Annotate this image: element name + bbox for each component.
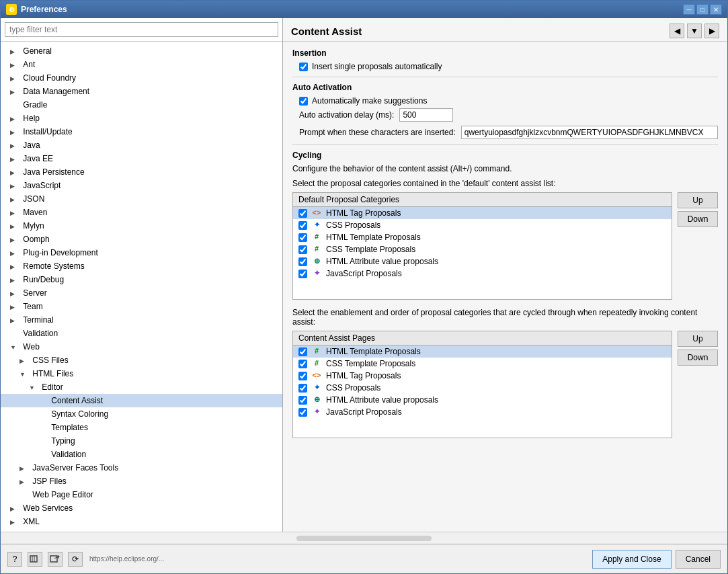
tree-item-typing[interactable]: Typing — [1, 434, 282, 448]
left-panel: ▶ General ▶ Ant ▶ Cloud Foundry ▶ Data M… — [1, 18, 283, 532]
tree-item-general[interactable]: ▶ General — [1, 44, 282, 58]
tree-item-html-files[interactable]: ▼ HTML Files — [1, 367, 282, 380]
cycling-item-css-template[interactable]: # CSS Template Proposals — [293, 358, 672, 370]
insert-single-checkbox[interactable] — [299, 63, 308, 71]
default-check-html-tag[interactable] — [298, 209, 307, 218]
cycling-check-html-attr[interactable] — [298, 396, 307, 405]
tree-arrow-editor: ▼ — [29, 384, 37, 391]
default-down-button[interactable]: Down — [678, 211, 718, 227]
default-check-html-template[interactable] — [298, 233, 307, 242]
tree-item-validation[interactable]: Validation — [1, 327, 282, 340]
nav-dropdown-button[interactable]: ▼ — [687, 24, 702, 38]
tree-item-plugin[interactable]: ▶ Plug-in Development — [1, 246, 282, 259]
help-icon[interactable]: ? — [7, 552, 22, 567]
sync-icon[interactable]: ⟳ — [68, 552, 83, 567]
tree-item-editor[interactable]: ▼ Editor — [1, 380, 282, 394]
cycling-item-js[interactable]: ✦ JavaScript Proposals — [293, 406, 672, 418]
tree-item-run-debug[interactable]: ▶ Run/Debug — [1, 273, 282, 286]
export-icon[interactable] — [48, 552, 63, 567]
default-check-css[interactable] — [298, 221, 307, 230]
tree-item-server[interactable]: ▶ Server — [1, 286, 282, 300]
tree-item-templates[interactable]: Templates — [1, 421, 282, 434]
cycling-item-html-attr[interactable]: ⊕ HTML Attribute value proposals — [293, 394, 672, 406]
cycling-check-html-tag[interactable] — [298, 372, 307, 380]
tree-label-java: Java — [20, 140, 42, 151]
default-item-css[interactable]: ✦ CSS Proposals — [293, 219, 672, 231]
tree-item-help[interactable]: ▶ Help — [1, 112, 282, 125]
default-check-css-template[interactable] — [298, 245, 307, 254]
tree-item-validation2[interactable]: Validation — [1, 448, 282, 461]
tree-container[interactable]: ▶ General ▶ Ant ▶ Cloud Foundry ▶ Data M… — [1, 42, 282, 532]
tree-label-json: JSON — [20, 194, 47, 204]
default-check-html-attr[interactable] — [298, 257, 307, 266]
cycling-check-html-template[interactable] — [298, 347, 307, 356]
minimize-button[interactable]: ─ — [683, 4, 695, 15]
tree-item-css-files[interactable]: ▶ CSS Files — [1, 354, 282, 367]
default-item-css-template[interactable]: # CSS Template Proposals — [293, 243, 672, 255]
tree-item-maven[interactable]: ▶ Maven — [1, 206, 282, 219]
apply-close-button[interactable]: Apply and Close — [592, 550, 671, 569]
cycling-check-js[interactable] — [298, 408, 307, 417]
cycling-down-button[interactable]: Down — [678, 350, 718, 366]
cycling-item-html-template[interactable]: # HTML Template Proposals — [293, 345, 672, 358]
tree-item-jsp[interactable]: ▶ JSP Files — [1, 475, 282, 488]
tree-item-syntax-coloring[interactable]: Syntax Coloring — [1, 407, 282, 421]
cancel-button[interactable]: Cancel — [676, 550, 721, 569]
default-item-html-tag[interactable]: <> HTML Tag Proposals — [293, 207, 672, 219]
tree-item-data-management[interactable]: ▶ Data Management — [1, 85, 282, 98]
svg-rect-0 — [30, 556, 37, 562]
tree-item-oomph[interactable]: ▶ Oomph — [1, 233, 282, 246]
default-item-html-attr[interactable]: ⊕ HTML Attribute value proposals — [293, 255, 672, 268]
prompt-input[interactable] — [461, 126, 718, 139]
default-check-js[interactable] — [298, 270, 307, 278]
cycling-check-css-template[interactable] — [298, 360, 307, 368]
tree-label-typing: Typing — [48, 436, 77, 446]
horizontal-scrollbar[interactable] — [296, 536, 432, 541]
tree-item-xml[interactable]: ▶ XML — [1, 515, 282, 528]
tree-label-data: Data Management — [20, 86, 92, 97]
tree-label-run: Run/Debug — [20, 274, 67, 285]
tree-arrow-data: ▶ — [10, 89, 18, 95]
tree-item-gradle[interactable]: Gradle — [1, 98, 282, 112]
insert-single-row: Insert single proposals automatically — [299, 62, 718, 71]
maximize-button[interactable]: □ — [696, 4, 709, 15]
restore-defaults-icon[interactable] — [28, 552, 42, 567]
tree-item-java-ee[interactable]: ▶ Java EE — [1, 152, 282, 165]
cycling-check-css[interactable] — [298, 384, 307, 393]
tree-item-web-services[interactable]: ▶ Web Services — [1, 501, 282, 515]
nav-fwd-button[interactable]: ▶ — [704, 24, 719, 38]
tree-item-javascript[interactable]: ▶ JavaScript — [1, 179, 282, 192]
tree-item-content-assist[interactable]: Content Assist — [1, 394, 282, 407]
tree-item-java[interactable]: ▶ Java — [1, 138, 282, 152]
tree-item-remote[interactable]: ▶ Remote Systems — [1, 259, 282, 273]
tree-arrow-json: ▶ — [10, 196, 18, 203]
tree-item-jsf[interactable]: ▶ JavaServer Faces Tools — [1, 461, 282, 475]
tree-label-web-services: Web Services — [20, 503, 75, 514]
tree-item-ant[interactable]: ▶ Ant — [1, 58, 282, 71]
right-header: Content Assist ◀ ▼ ▶ — [283, 18, 727, 42]
nav-back-button[interactable]: ◀ — [670, 24, 684, 38]
cycling-item-html-tag[interactable]: <> HTML Tag Proposals — [293, 370, 672, 382]
tree-item-web[interactable]: ▼ Web — [1, 340, 282, 354]
cycling-up-button[interactable]: Up — [678, 331, 718, 347]
tree-arrow-server: ▶ — [10, 290, 18, 297]
default-item-js[interactable]: ✦ JavaScript Proposals — [293, 268, 672, 280]
tree-arrow-jsf: ▶ — [19, 465, 28, 472]
tree-item-cloud-foundry[interactable]: ▶ Cloud Foundry — [1, 71, 282, 85]
tree-item-web-page-editor[interactable]: Web Page Editor — [1, 488, 282, 501]
tree-item-json[interactable]: ▶ JSON — [1, 192, 282, 206]
filter-input[interactable] — [5, 22, 278, 37]
default-up-button[interactable]: Up — [678, 192, 718, 208]
auto-suggest-checkbox[interactable] — [299, 97, 308, 106]
default-proposal-list: Default Proposal Categories <> HTML Tag … — [292, 192, 672, 300]
tree-item-install[interactable]: ▶ Install/Update — [1, 125, 282, 138]
tree-item-java-persistence[interactable]: ▶ Java Persistence — [1, 165, 282, 179]
tree-item-mylyn[interactable]: ▶ Mylyn — [1, 219, 282, 233]
delay-input[interactable] — [399, 108, 453, 122]
default-item-html-template[interactable]: # HTML Template Proposals — [293, 231, 672, 243]
tree-arrow-javascript: ▶ — [10, 183, 18, 190]
cycling-item-css[interactable]: ✦ CSS Proposals — [293, 382, 672, 394]
tree-item-terminal[interactable]: ▶ Terminal — [1, 313, 282, 327]
close-button[interactable]: ✕ — [710, 4, 722, 15]
tree-item-team[interactable]: ▶ Team — [1, 300, 282, 313]
